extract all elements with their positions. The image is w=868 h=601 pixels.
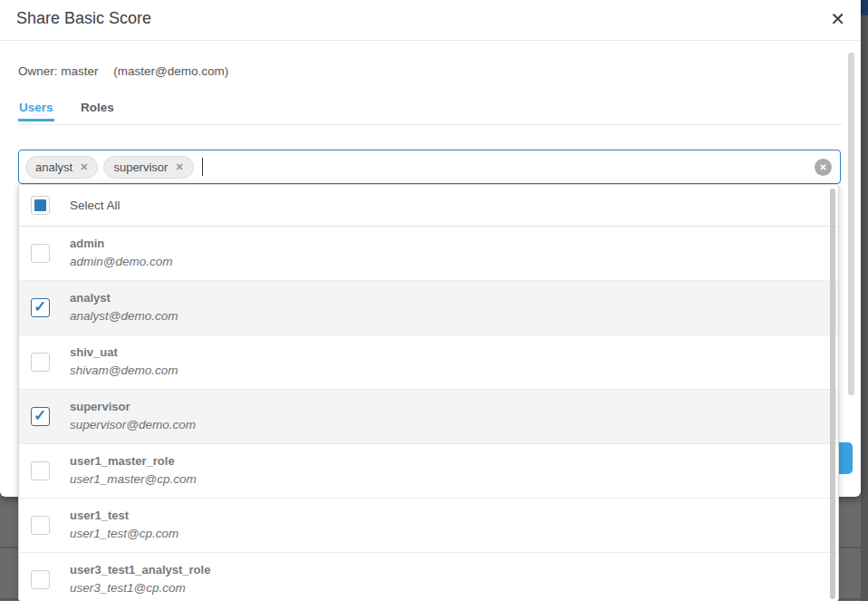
dropdown-scrollbar-thumb[interactable] [830,189,835,599]
owner-info: Owner: master (master@demo.com) [18,64,228,78]
user-name: supervisor [70,399,196,416]
check-icon: ✓ [34,406,46,425]
page-header-fragment [861,0,868,15]
tab-bar: Users Roles [18,98,842,125]
chip-remove-icon[interactable]: ✕ [80,161,88,173]
user-dropdown-list: Select All adminadmin@demo.com✓analystan… [18,184,839,601]
page-backdrop: Share Basic Score ✕ Owner: master (maste… [0,0,868,601]
owner-label: Owner: [18,64,58,78]
select-all-row[interactable]: Select All [19,185,838,227]
user-name: user3_test1_analyst_role [70,562,210,579]
select-all-checkbox[interactable] [31,196,50,215]
user-name: admin [70,236,173,253]
user-name: user1_master_role [70,453,197,470]
user-option-text: shiv_uatshivam@demo.com [70,344,178,379]
user-email: analyst@demo.com [70,307,178,325]
user-option-text: supervisorsupervisor@demo.com [70,399,196,433]
user-option-row[interactable]: user3_test1_analyst_roleuser3_test1@cp.c… [19,553,838,601]
user-option-row[interactable]: ✓analystanalyst@demo.com [19,281,838,335]
chip-remove-icon[interactable]: ✕ [175,161,183,173]
user-name: shiv_uat [70,344,178,362]
user-email: shivam@demo.com [70,362,178,380]
user-email: user1_test@cp.com [70,525,178,543]
checkbox-partial-fill [34,199,46,211]
dialog-title: Share Basic Score [16,9,151,28]
owner-name: master [61,64,98,78]
chip-label: analyst [35,160,72,174]
user-checkbox[interactable] [31,461,50,480]
text-caret [202,158,203,176]
user-email: admin@demo.com [70,253,173,271]
user-multiselect-input[interactable]: analyst✕supervisor✕ ✕ [18,150,841,184]
dialog-scrollbar-thumb[interactable] [848,53,854,395]
user-email: user1_master@cp.com [70,470,197,489]
user-checkbox[interactable] [31,570,50,589]
user-option-text: analystanalyst@demo.com [70,290,178,325]
user-email: user3_test1@cp.com [70,579,210,597]
close-icon[interactable]: ✕ [830,7,845,31]
user-email: supervisor@demo.com [70,416,196,434]
user-option-text: user3_test1_analyst_roleuser3_test1@cp.c… [70,562,210,596]
user-option-text: user1_master_roleuser1_master@cp.com [70,453,197,488]
page-right-edge [861,0,868,601]
select-all-label: Select All [70,199,121,212]
user-checkbox[interactable] [31,516,50,535]
user-option-row[interactable]: user1_testuser1_test@cp.com [19,499,838,553]
user-checkbox[interactable]: ✓ [31,298,50,317]
user-option-row[interactable]: user1_master_roleuser1_master@cp.com [19,444,838,499]
tab-roles[interactable]: Roles [80,98,115,121]
tab-users[interactable]: Users [18,98,54,121]
user-option-text: adminadmin@demo.com [70,236,173,270]
selected-chip: supervisor✕ [103,156,193,179]
owner-email: (master@demo.com) [113,64,228,78]
user-option-row[interactable]: adminadmin@demo.com [19,227,838,281]
check-icon: ✓ [34,297,46,316]
chip-label: supervisor [113,160,168,174]
user-checkbox[interactable] [31,353,50,372]
clear-selection-icon[interactable]: ✕ [815,159,832,176]
user-option-row[interactable]: shiv_uatshivam@demo.com [19,335,838,390]
user-checkbox[interactable] [31,244,50,263]
user-option-row[interactable]: ✓supervisorsupervisor@demo.com [19,390,838,444]
user-name: user1_test [70,508,178,525]
dialog-header: Share Basic Score ✕ [0,0,861,41]
user-option-text: user1_testuser1_test@cp.com [70,508,178,542]
user-checkbox[interactable]: ✓ [31,407,50,426]
user-name: analyst [70,290,178,307]
share-dialog: Share Basic Score ✕ Owner: master (maste… [0,0,861,497]
selected-chip: analyst✕ [25,156,98,179]
